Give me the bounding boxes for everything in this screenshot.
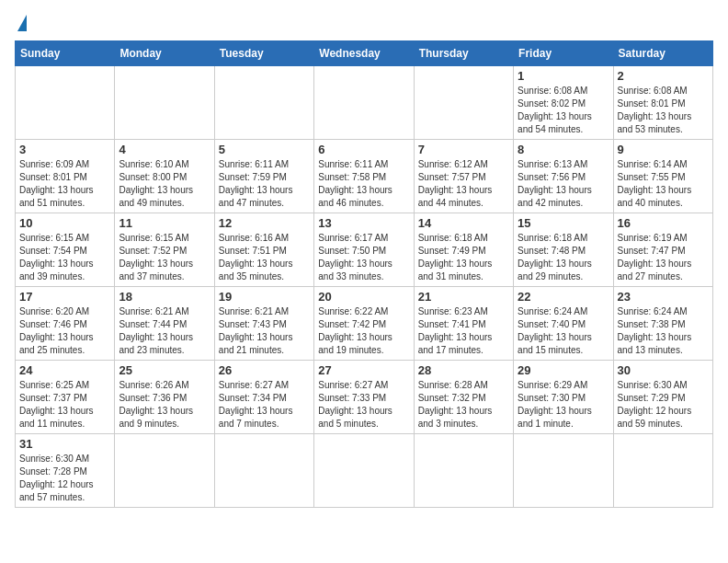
calendar-cell <box>115 434 214 508</box>
day-info: Sunrise: 6:17 AM Sunset: 7:50 PM Dayligh… <box>318 232 409 283</box>
calendar-cell: 10Sunrise: 6:15 AM Sunset: 7:54 PM Dayli… <box>16 213 115 287</box>
day-number: 11 <box>119 216 210 230</box>
calendar-cell <box>314 66 414 140</box>
calendar-cell <box>16 66 115 140</box>
day-number: 12 <box>219 216 310 230</box>
calendar-cell <box>214 66 313 140</box>
day-number: 1 <box>518 69 609 83</box>
day-number: 13 <box>318 216 409 230</box>
day-info: Sunrise: 6:18 AM Sunset: 7:49 PM Dayligh… <box>418 232 509 283</box>
day-number: 25 <box>119 363 210 377</box>
calendar-cell: 29Sunrise: 6:29 AM Sunset: 7:30 PM Dayli… <box>514 361 613 434</box>
day-info: Sunrise: 6:21 AM Sunset: 7:43 PM Dayligh… <box>219 305 310 357</box>
calendar-cell <box>414 434 513 508</box>
day-number: 9 <box>618 143 709 156</box>
calendar-cell: 8Sunrise: 6:13 AM Sunset: 7:56 PM Daylig… <box>514 140 613 213</box>
day-info: Sunrise: 6:09 AM Sunset: 8:01 PM Dayligh… <box>19 158 110 210</box>
day-info: Sunrise: 6:27 AM Sunset: 7:34 PM Dayligh… <box>219 379 310 431</box>
calendar-cell: 2Sunrise: 6:08 AM Sunset: 8:01 PM Daylig… <box>613 66 712 140</box>
logo-triangle-icon <box>17 15 27 31</box>
calendar-cell: 27Sunrise: 6:27 AM Sunset: 7:33 PM Dayli… <box>314 361 414 434</box>
day-info: Sunrise: 6:29 AM Sunset: 7:30 PM Dayligh… <box>518 379 609 431</box>
day-number: 30 <box>618 363 709 377</box>
calendar-cell: 28Sunrise: 6:28 AM Sunset: 7:32 PM Dayli… <box>414 361 513 434</box>
day-info: Sunrise: 6:16 AM Sunset: 7:51 PM Dayligh… <box>219 232 310 283</box>
day-info: Sunrise: 6:08 AM Sunset: 8:02 PM Dayligh… <box>518 85 609 136</box>
calendar-cell: 16Sunrise: 6:19 AM Sunset: 7:47 PM Dayli… <box>613 213 712 287</box>
day-info: Sunrise: 6:15 AM Sunset: 7:54 PM Dayligh… <box>19 232 110 283</box>
calendar-cell: 12Sunrise: 6:16 AM Sunset: 7:51 PM Dayli… <box>214 213 313 287</box>
calendar-header-monday: Monday <box>115 41 214 66</box>
day-number: 14 <box>418 216 509 230</box>
calendar-header-row: SundayMondayTuesdayWednesdayThursdayFrid… <box>16 41 713 66</box>
calendar-cell: 7Sunrise: 6:12 AM Sunset: 7:57 PM Daylig… <box>414 140 513 213</box>
day-info: Sunrise: 6:18 AM Sunset: 7:48 PM Dayligh… <box>518 232 609 283</box>
day-info: Sunrise: 6:24 AM Sunset: 7:40 PM Dayligh… <box>518 305 609 357</box>
calendar-cell <box>314 434 414 508</box>
day-number: 27 <box>318 363 409 377</box>
day-info: Sunrise: 6:30 AM Sunset: 7:28 PM Dayligh… <box>19 453 110 504</box>
calendar-table: SundayMondayTuesdayWednesdayThursdayFrid… <box>15 40 713 508</box>
calendar-cell: 31Sunrise: 6:30 AM Sunset: 7:28 PM Dayli… <box>16 434 115 508</box>
calendar-cell <box>613 434 712 508</box>
day-number: 15 <box>518 216 609 230</box>
day-number: 6 <box>318 143 409 156</box>
day-info: Sunrise: 6:14 AM Sunset: 7:55 PM Dayligh… <box>618 158 709 210</box>
calendar-cell: 11Sunrise: 6:15 AM Sunset: 7:52 PM Dayli… <box>115 213 214 287</box>
day-number: 26 <box>219 363 310 377</box>
day-info: Sunrise: 6:11 AM Sunset: 7:59 PM Dayligh… <box>219 158 310 210</box>
calendar-header-wednesday: Wednesday <box>314 41 414 66</box>
day-number: 10 <box>19 216 110 230</box>
day-number: 31 <box>19 437 110 451</box>
day-info: Sunrise: 6:30 AM Sunset: 7:29 PM Dayligh… <box>618 379 709 431</box>
calendar-week-row: 24Sunrise: 6:25 AM Sunset: 7:37 PM Dayli… <box>16 361 713 434</box>
calendar-cell: 5Sunrise: 6:11 AM Sunset: 7:59 PM Daylig… <box>214 140 313 213</box>
calendar-cell <box>514 434 613 508</box>
day-info: Sunrise: 6:24 AM Sunset: 7:38 PM Dayligh… <box>618 305 709 357</box>
day-number: 17 <box>19 290 110 304</box>
calendar-cell: 23Sunrise: 6:24 AM Sunset: 7:38 PM Dayli… <box>613 287 712 361</box>
calendar-cell: 4Sunrise: 6:10 AM Sunset: 8:00 PM Daylig… <box>115 140 214 213</box>
day-info: Sunrise: 6:23 AM Sunset: 7:41 PM Dayligh… <box>418 305 509 357</box>
calendar-cell <box>115 66 214 140</box>
day-number: 29 <box>518 363 609 377</box>
calendar-week-row: 31Sunrise: 6:30 AM Sunset: 7:28 PM Dayli… <box>16 434 713 508</box>
calendar-cell: 20Sunrise: 6:22 AM Sunset: 7:42 PM Dayli… <box>314 287 414 361</box>
calendar-cell: 17Sunrise: 6:20 AM Sunset: 7:46 PM Dayli… <box>16 287 115 361</box>
calendar-cell <box>214 434 313 508</box>
day-info: Sunrise: 6:21 AM Sunset: 7:44 PM Dayligh… <box>119 305 210 357</box>
calendar-cell: 14Sunrise: 6:18 AM Sunset: 7:49 PM Dayli… <box>414 213 513 287</box>
calendar-header-tuesday: Tuesday <box>214 41 313 66</box>
calendar-header-friday: Friday <box>514 41 613 66</box>
day-number: 7 <box>418 143 509 156</box>
day-info: Sunrise: 6:19 AM Sunset: 7:47 PM Dayligh… <box>618 232 709 283</box>
day-number: 24 <box>19 363 110 377</box>
day-info: Sunrise: 6:15 AM Sunset: 7:52 PM Dayligh… <box>119 232 210 283</box>
calendar-cell: 22Sunrise: 6:24 AM Sunset: 7:40 PM Dayli… <box>514 287 613 361</box>
day-number: 4 <box>119 143 210 156</box>
logo <box>15 15 27 33</box>
calendar-cell: 1Sunrise: 6:08 AM Sunset: 8:02 PM Daylig… <box>514 66 613 140</box>
day-number: 3 <box>19 143 110 156</box>
day-info: Sunrise: 6:22 AM Sunset: 7:42 PM Dayligh… <box>318 305 409 357</box>
day-number: 21 <box>418 290 509 304</box>
page-header <box>15 15 713 33</box>
day-number: 28 <box>418 363 509 377</box>
calendar-week-row: 17Sunrise: 6:20 AM Sunset: 7:46 PM Dayli… <box>16 287 713 361</box>
day-info: Sunrise: 6:20 AM Sunset: 7:46 PM Dayligh… <box>19 305 110 357</box>
day-number: 16 <box>618 216 709 230</box>
day-number: 23 <box>618 290 709 304</box>
day-number: 8 <box>518 143 609 156</box>
day-number: 20 <box>318 290 409 304</box>
day-info: Sunrise: 6:25 AM Sunset: 7:37 PM Dayligh… <box>19 379 110 431</box>
calendar-cell: 21Sunrise: 6:23 AM Sunset: 7:41 PM Dayli… <box>414 287 513 361</box>
calendar-cell: 9Sunrise: 6:14 AM Sunset: 7:55 PM Daylig… <box>613 140 712 213</box>
calendar-week-row: 10Sunrise: 6:15 AM Sunset: 7:54 PM Dayli… <box>16 213 713 287</box>
day-info: Sunrise: 6:10 AM Sunset: 8:00 PM Dayligh… <box>119 158 210 210</box>
day-number: 18 <box>119 290 210 304</box>
calendar-cell: 6Sunrise: 6:11 AM Sunset: 7:58 PM Daylig… <box>314 140 414 213</box>
day-info: Sunrise: 6:12 AM Sunset: 7:57 PM Dayligh… <box>418 158 509 210</box>
calendar-cell: 30Sunrise: 6:30 AM Sunset: 7:29 PM Dayli… <box>613 361 712 434</box>
day-number: 19 <box>219 290 310 304</box>
day-number: 2 <box>618 69 709 83</box>
